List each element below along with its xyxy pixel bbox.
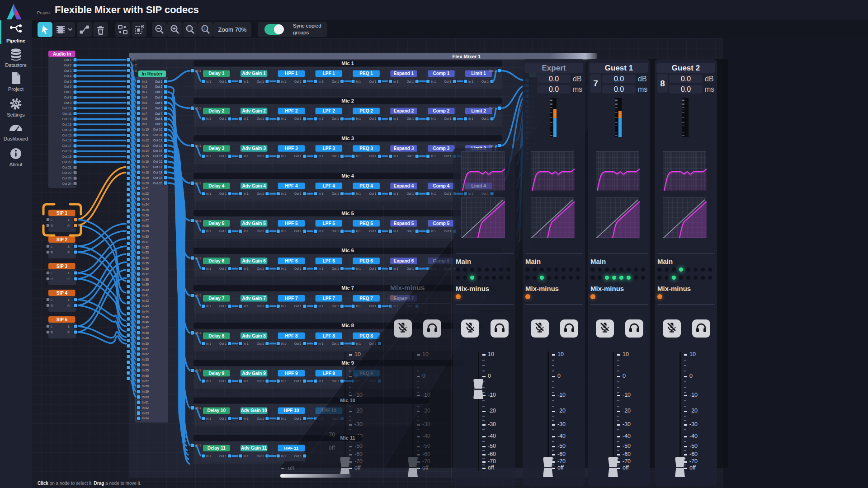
svg-text:Out 1: Out 1 [481, 192, 489, 195]
svg-text:In 1: In 1 [468, 192, 473, 195]
svg-text:1: 1 [203, 27, 206, 31]
svg-text:Limit 4: Limit 4 [472, 183, 486, 188]
